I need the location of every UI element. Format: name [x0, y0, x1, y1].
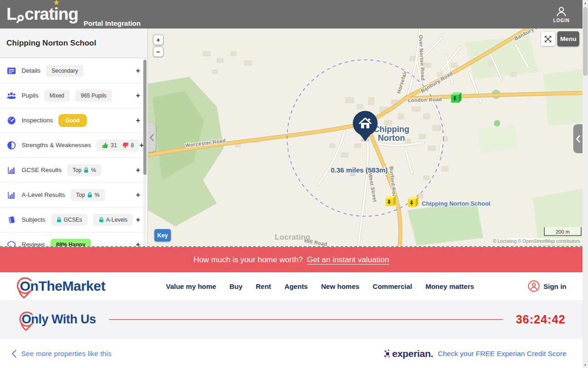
divider-line [109, 319, 503, 320]
thumbs-up-icon [102, 142, 108, 149]
map-menu-button[interactable]: Menu [557, 31, 579, 46]
phase-badge: Secondary [46, 65, 83, 77]
zoom-in-button[interactable]: + [153, 34, 164, 45]
sidebar-item-subjects[interactable]: Subjects GCSEs A-Levels + [0, 207, 147, 232]
map-key-button[interactable]: Key [154, 229, 171, 242]
zoom-controls: + − [153, 34, 164, 58]
scroll-down-arrow[interactable]: ▼ [582, 362, 588, 368]
details-icon [6, 66, 17, 75]
expand-button[interactable]: + [136, 241, 140, 247]
sidebar-item-strengths-weaknesses[interactable]: Strengths & Weaknesses 31 8 + [0, 132, 147, 157]
school-marker-green[interactable] [451, 92, 462, 103]
expand-button[interactable]: + [136, 166, 140, 174]
thumbs-down-count: 8 [131, 142, 134, 149]
chevron-left-icon [576, 135, 580, 143]
place-label: Norton [378, 133, 405, 143]
item-label: GCSE Results [22, 167, 62, 173]
nav-buy[interactable]: Buy [229, 282, 242, 290]
sidebar-item-details[interactable]: Details Secondary + [0, 58, 147, 83]
map-pin-icon [14, 275, 36, 300]
sign-in-button[interactable]: Sign in [528, 280, 566, 292]
item-label: A-Level Results [22, 191, 65, 198]
place-label: Chipping [373, 125, 409, 134]
expand-button[interactable]: + [136, 116, 140, 125]
thumbs-up-count: 31 [111, 142, 117, 149]
thumbs-down-icon [122, 142, 129, 149]
sidebar-item-inspections[interactable]: Inspections Good + [0, 108, 147, 132]
nav-new-homes[interactable]: New homes [321, 282, 359, 290]
item-label: Details [22, 67, 40, 74]
school-marker-yellow[interactable] [408, 197, 418, 207]
sidebar-item-alevel-results[interactable]: A-Level Results Top % + [0, 182, 147, 207]
login-button[interactable]: LOGIN [553, 6, 570, 23]
bar-chart-icon [6, 166, 17, 175]
map-attribution[interactable]: © Locrating © OpenStreetMap contributors [493, 239, 580, 244]
locrating-embed: Chipping Norton School Details Secondary… [0, 29, 582, 247]
portal-integration-label: Portal Integration [84, 19, 141, 28]
nav-agents[interactable]: Agents [284, 282, 308, 290]
gauge-icon [6, 116, 17, 125]
ofsted-rating-badge: Good [58, 114, 86, 127]
chevron-left-icon [150, 134, 154, 141]
fullscreen-button[interactable] [541, 32, 555, 46]
pupil-count-badge: 965 Pupils [75, 90, 112, 102]
school-sidebar: Chipping Norton School Details Secondary… [0, 29, 148, 246]
sidebar-item-pupils[interactable]: Pupils Mixed 965 Pupils + [0, 83, 147, 108]
nav-rent[interactable]: Rent [256, 282, 271, 290]
lock-icon [84, 167, 89, 173]
book-icon [6, 215, 17, 224]
map-canvas[interactable]: Over Norton Road Banbury Road Banbury Ro… [148, 29, 582, 246]
magnifier-icon [17, 15, 24, 21]
nav-money-matters[interactable]: Money matters [425, 282, 474, 290]
sidebar-scrollbar[interactable] [143, 58, 147, 246]
lock-icon [57, 217, 62, 223]
svg-text:200 m: 200 m [556, 229, 570, 235]
map-watermark: Locrating [275, 233, 310, 242]
school-marker-yellow[interactable] [385, 196, 396, 207]
star-icon: ★ [54, 0, 59, 6]
map-scale: 200 m [544, 227, 581, 236]
scroll-up-arrow[interactable]: ▲ [582, 0, 588, 6]
locked-alevels-badge: A-Levels [93, 214, 133, 226]
locked-results-badge: Top % [71, 189, 105, 201]
pupils-icon [6, 91, 17, 100]
expand-button[interactable]: + [136, 67, 140, 75]
zoom-out-button[interactable]: − [153, 46, 164, 57]
expand-button[interactable]: + [136, 191, 140, 199]
map-pin-icon [17, 309, 37, 333]
nav-value-my-home[interactable]: Value my home [166, 282, 216, 290]
only-with-us-logo: Only With Us [22, 312, 96, 327]
sidebar-scrollbar-thumb[interactable] [143, 60, 147, 175]
instant-valuation-link[interactable]: Get an instant valuation [307, 255, 389, 264]
school-name-label[interactable]: Chipping Norton School [422, 200, 490, 207]
lock-icon [99, 217, 104, 223]
item-label: Inspections [22, 117, 53, 124]
experian-credit-score-link[interactable]: Check your FREE Experian Credit Score [438, 350, 566, 358]
gender-badge: Mixed [44, 90, 70, 102]
locrating-logo[interactable]: Lcrati★ng Portal Integration [6, 5, 141, 24]
sidebar-collapse-handle[interactable] [148, 123, 156, 152]
locked-results-badge: Top % [67, 164, 102, 176]
expand-button[interactable]: + [136, 92, 140, 100]
nav-commercial[interactable]: Commercial [373, 282, 412, 290]
panel-expand-handle[interactable] [573, 124, 582, 153]
sidebar-item-reviews[interactable]: Reviews 88% Happy + [0, 232, 147, 246]
item-label: Pupils [22, 92, 39, 99]
thumbs-badge: 31 8 [96, 139, 139, 151]
sidebar-item-gcse-results[interactable]: GCSE Results Top % + [0, 157, 147, 182]
distance-label: 0.36 miles (583m) [331, 166, 388, 174]
experian-promo: experian. Check your FREE Experian Credi… [384, 348, 566, 359]
happy-badge: 88% Happy [51, 239, 91, 247]
expand-button[interactable]: + [136, 216, 140, 224]
onthemarket-logo[interactable]: OnTheMarket [20, 278, 105, 294]
scrollbar-thumb[interactable] [583, 7, 588, 76]
item-label: Subjects [22, 216, 45, 223]
see-more-properties-link[interactable]: See more properties like this [11, 350, 111, 358]
account-icon [528, 280, 540, 292]
valuation-banner: How much is your home worth? Get an inst… [0, 247, 582, 272]
school-title: Chipping Norton School [0, 29, 147, 58]
map-tiles: Over Norton Road Banbury Road Banbury Ro… [148, 29, 582, 246]
page-scrollbar[interactable]: ▲ ▼ [582, 0, 588, 368]
onthemarket-header: OnTheMarket Value my home Buy Rent Agent… [0, 272, 582, 300]
footer-bar: See more properties like this experian. … [0, 339, 582, 368]
